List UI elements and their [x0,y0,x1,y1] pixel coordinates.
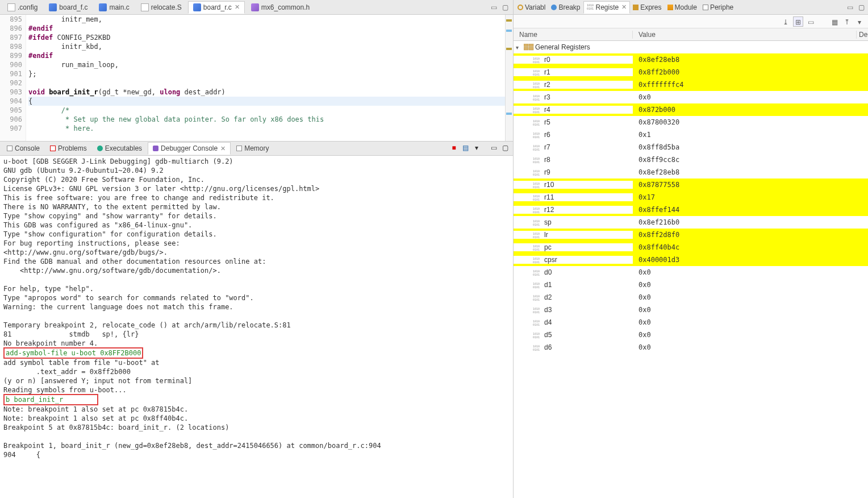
column-value[interactable]: Value [633,31,857,39]
register-row-d1[interactable]: 10100101d10x0 [514,279,868,291]
register-row-r10[interactable]: 10100101r100x87877558 [514,179,868,191]
maximize-icon[interactable]: ▢ [500,3,510,12]
code-editor[interactable]: 895896897898899900901902903904905⊖906907… [0,15,513,141]
code-line[interactable]: void board_init_r(gd_t *new_gd, ulong de… [28,88,505,97]
register-value[interactable]: 0x0 [633,281,868,289]
register-row-r1[interactable]: 10100101r10x8ff2b000 [514,66,868,78]
gutter-line[interactable]: 895 [0,15,22,24]
register-row-d4[interactable]: 10100101d40x0 [514,316,868,329]
register-row-r3[interactable]: 10100101r30x0 [514,91,868,103]
register-row-d6[interactable]: 10100101d60x0 [514,341,868,354]
dropdown-icon[interactable]: ▾ [472,144,481,153]
register-value[interactable]: 0x8ef216b0 [633,218,868,226]
register-row-cpsr[interactable]: 10100101cpsr0x400001d3 [514,254,868,266]
code-line[interactable]: }; [28,69,505,78]
editor-tab-relocate-s[interactable]: relocate.S [136,1,187,14]
right-tab-registe[interactable]: 10100101Registe✕ [583,1,631,14]
maximize-icon[interactable]: ▢ [500,144,510,153]
code-line[interactable]: initr_kbd, [28,42,505,51]
gutter-line[interactable]: 899 [0,51,22,60]
gutter-line[interactable]: 905⊖ [0,106,22,115]
debugger-console[interactable]: u-boot [GDB SEGGER J-Link Debugging] gdb… [0,156,513,498]
new-group-icon[interactable]: ▦ [829,16,840,27]
right-tab-module[interactable]: Module [665,2,700,13]
register-row-pc[interactable]: 10100101pc0x8ff40b4c [514,241,868,254]
register-row-r12[interactable]: 10100101r120x8ffef144 [514,204,868,216]
registers-tree[interactable]: ▾General Registers10100101r00x8ef28eb810… [514,41,868,498]
register-value[interactable]: 0x17 [633,193,868,201]
editor-tab--config[interactable]: .config [2,1,43,14]
register-row-r4[interactable]: 10100101r40x872b000 [514,103,868,116]
register-row-r6[interactable]: 10100101r60x1 [514,128,868,141]
register-value[interactable]: 0x0 [633,293,868,301]
bottom-tab-executables[interactable]: Executables [93,143,147,154]
register-row-r11[interactable]: 10100101r110x17 [514,191,868,204]
code-line[interactable]: #endif [28,51,505,60]
editor-tab-board-r-c[interactable]: board_r.c✕ [188,1,245,14]
overview-ruler[interactable] [505,15,513,141]
minimize-icon[interactable]: ▭ [489,3,498,12]
register-row-sp[interactable]: 10100101sp0x8ef216b0 [514,216,868,229]
code-line[interactable]: * Set up the new global data pointer. So… [28,115,505,124]
register-value[interactable]: 0x8ff2d8f0 [633,231,868,239]
gutter-line[interactable]: 906 [0,115,22,124]
register-row-d2[interactable]: 10100101d20x0 [514,291,868,304]
minimize-icon[interactable]: ▭ [845,3,854,12]
bottom-tab-console[interactable]: Console [2,143,44,154]
register-row-d3[interactable]: 10100101d30x0 [514,304,868,316]
register-value[interactable]: 0x1 [633,131,868,139]
gutter-line[interactable]: 904 [0,97,22,106]
code-line[interactable]: run_main_loop, [28,60,505,69]
register-value[interactable]: 0x0 [633,268,868,276]
register-value[interactable]: 0x0 [633,343,868,351]
register-value[interactable]: 0x8ff2b000 [633,68,868,76]
register-row-lr[interactable]: 10100101lr0x8ff2d8f0 [514,229,868,241]
register-value[interactable]: 0x8ff40b4c [633,243,868,251]
terminate-icon[interactable]: ■ [449,144,458,153]
register-row-r0[interactable]: 10100101r00x8ef28eb8 [514,53,868,66]
column-description[interactable]: De [857,31,868,39]
register-row-r8[interactable]: 10100101r80x8ff9cc8c [514,153,868,166]
register-row-d0[interactable]: 10100101d00x0 [514,266,868,279]
register-group-general[interactable]: ▾General Registers [514,41,868,53]
register-row-r7[interactable]: 10100101r70x8ff8d5ba [514,141,868,153]
right-tab-expres[interactable]: Expres [630,2,664,13]
code-line[interactable]: #ifdef CONFIG_PS2KBD [28,33,505,42]
code-line[interactable]: * here. [28,124,505,133]
menu-icon[interactable]: ▾ [854,16,865,27]
register-value[interactable]: 0xfffffffc4 [633,81,868,89]
register-value[interactable]: 0x8ff9cc8c [633,156,868,164]
gutter-line[interactable]: 907 [0,124,22,133]
editor-tab-mx6-common-h[interactable]: mx6_common.h [246,1,315,14]
register-value[interactable]: 0x0 [633,306,868,314]
register-row-r9[interactable]: 10100101r90x8ef28eb8 [514,166,868,179]
register-value[interactable]: 0x0 [633,93,868,101]
gutter-line[interactable]: 896 [0,24,22,33]
register-row-d5[interactable]: 10100101d50x0 [514,329,868,341]
right-tab-breakp[interactable]: Breakp [548,2,583,13]
gutter-line[interactable]: 900 [0,60,22,69]
register-value[interactable]: 0x400001d3 [633,256,868,264]
right-tab-periphe[interactable]: Periphe [700,2,736,13]
register-row-r5[interactable]: 10100101r50x87800320 [514,116,868,128]
gutter-line[interactable]: 898 [0,42,22,51]
register-value[interactable]: 0x87800320 [633,118,868,126]
register-value[interactable]: 0x8ff8d5ba [633,143,868,151]
gutter-line[interactable]: 902 [0,78,22,88]
register-value[interactable]: 0x8ffef144 [633,206,868,214]
register-value[interactable]: 0x0 [633,318,868,326]
export-icon[interactable]: ⤒ [842,16,852,27]
code-line[interactable] [28,78,505,88]
register-row-r2[interactable]: 10100101r20xfffffffc4 [514,78,868,91]
maximize-icon[interactable]: ▢ [857,3,866,12]
close-icon[interactable]: ✕ [220,145,226,152]
close-icon[interactable]: ✕ [621,3,627,11]
register-value[interactable]: 0x0 [633,331,868,339]
right-tab-variabl[interactable]: Variabl [515,2,548,13]
code-line[interactable]: { [28,97,505,106]
gutter-line[interactable]: 897 [0,33,22,42]
column-name[interactable]: Name [514,31,633,39]
editor-tab-main-c[interactable]: main.c [94,1,134,14]
tree-icon[interactable]: ⊞ [793,16,803,27]
code-line[interactable]: #endif [28,24,505,33]
